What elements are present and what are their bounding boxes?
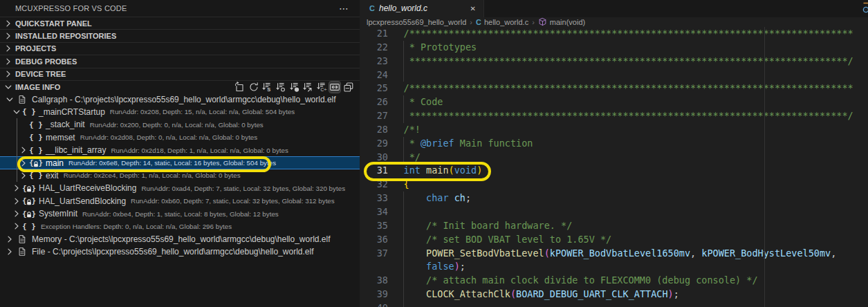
symbol-braces-icon: {} bbox=[22, 196, 36, 207]
tree-item-description: RunAddr: 0xb60, Depth: 7, static, Local:… bbox=[131, 197, 335, 205]
editor-actions-icon[interactable] bbox=[862, 2, 868, 14]
gutter-spacer bbox=[388, 205, 404, 219]
tree-item-description: RunAddr: 0x2d08, Depth: 0, n/a, Local: n… bbox=[80, 133, 258, 141]
chevron-right-icon[interactable] bbox=[11, 196, 22, 207]
breadcrumb-label: hello_world.c bbox=[484, 18, 528, 26]
tree-item-file[interactable]: File - C:\projects\lpcxpresso55s69_hello… bbox=[0, 245, 360, 258]
gutter-spacer bbox=[388, 164, 404, 178]
calltree-export-icon[interactable] bbox=[302, 82, 313, 93]
section-header-image-info[interactable]: IMAGE INFOSC++ bbox=[0, 81, 360, 93]
chevron-right-icon bbox=[3, 18, 14, 29]
tree-item-hal-uartsendblocking[interactable]: {}HAL_UartSendBlockingRunAddr: 0xb60, De… bbox=[0, 195, 360, 207]
calltree-objects-icon[interactable] bbox=[275, 82, 286, 93]
code-line-31[interactable]: 31int main(void) bbox=[360, 164, 868, 178]
code-line-23[interactable]: 23 *************************************… bbox=[360, 55, 868, 68]
chevron-right-icon[interactable] bbox=[18, 145, 29, 156]
code-line-27[interactable]: 27 *************************************… bbox=[360, 109, 868, 123]
code-area[interactable]: 21/*************************************… bbox=[360, 27, 868, 307]
section-header-device-tree[interactable]: DEVICE TREE bbox=[0, 68, 360, 80]
word-wrap-toggle-icon[interactable] bbox=[329, 82, 340, 93]
section-header-projects[interactable]: PROJECTS bbox=[0, 43, 360, 55]
more-actions-icon[interactable]: ⋯ bbox=[336, 5, 351, 12]
chevron-down-icon[interactable] bbox=[11, 106, 22, 118]
c-file-icon: C bbox=[369, 4, 375, 12]
section-header-installed-repositories[interactable]: INSTALLED REPOSITORIES bbox=[0, 30, 360, 41]
code-line-35[interactable]: 35 /* Init board hardware. */ bbox=[360, 219, 868, 233]
calltree-filled-icon[interactable] bbox=[289, 82, 300, 93]
line-number: 33 bbox=[360, 192, 388, 205]
chevron-right-icon[interactable] bbox=[4, 234, 15, 245]
tab-close-icon[interactable]: ✕ bbox=[468, 4, 478, 13]
code-line-28[interactable]: 28/*! bbox=[360, 123, 868, 137]
section-header-quickstart-panel[interactable]: QUICKSTART PANEL bbox=[0, 17, 360, 29]
code-line-29[interactable]: 29 * @brief Main function bbox=[360, 137, 868, 151]
tree-item-memset[interactable]: { }memsetRunAddr: 0x2d08, Depth: 0, n/a,… bbox=[0, 131, 360, 144]
tree-item-description: RunAddr: 0x2d18, Depth: 1, n/a, Local: n… bbox=[111, 147, 288, 154]
code-line-22[interactable]: 22 * Prototypes bbox=[360, 41, 868, 55]
tree-indent-guide bbox=[17, 118, 17, 182]
tree-item-stack-init[interactable]: { }_stack_initRunAddr: 0x200, Depth: 0, … bbox=[0, 118, 360, 131]
chevron-right-icon[interactable] bbox=[18, 158, 29, 169]
chevron-right-icon[interactable] bbox=[4, 246, 15, 257]
tree-item-description: RunAddr: 0x208, Depth: 15, n/a, Local: n… bbox=[110, 108, 295, 115]
code-line-25[interactable]: 25/*************************************… bbox=[360, 82, 868, 95]
chevron-right-icon[interactable] bbox=[11, 183, 22, 194]
breadcrumb: lpcxpresso55s69_hello_world›Chello_world… bbox=[360, 17, 868, 27]
breadcrumb-label: main(void) bbox=[550, 18, 585, 26]
code-line-40[interactable]: 40 bbox=[360, 301, 868, 307]
tab-hello-world-c[interactable]: C hello_world.c ✕ bbox=[360, 0, 484, 17]
breadcrumb-item[interactable]: Chello_world.c bbox=[476, 18, 528, 26]
code-line-33[interactable]: 33 char ch; bbox=[360, 192, 868, 205]
code-token-cmt: /* Init board hardware. */ bbox=[404, 219, 573, 233]
code-line-21[interactable]: 21/*************************************… bbox=[360, 27, 868, 41]
tree-item-maincrtstartup[interactable]: { }_mainCRTStartupRunAddr: 0x208, Depth:… bbox=[0, 106, 360, 118]
code-line-38[interactable]: 38 /* attach main clock divide to FLEXCO… bbox=[360, 274, 868, 288]
line-number: 26 bbox=[360, 95, 388, 109]
gutter-spacer bbox=[388, 274, 404, 288]
code-line-24[interactable]: 24 bbox=[360, 68, 868, 82]
refresh-icon[interactable] bbox=[248, 82, 259, 93]
save-image-info-icon[interactable] bbox=[234, 82, 246, 93]
code-line-wrap[interactable]: false); bbox=[360, 260, 868, 274]
code-line-34[interactable]: 34 bbox=[360, 205, 868, 219]
section-header-debug-probes[interactable]: DEBUG PROBES bbox=[0, 55, 360, 67]
chevron-right-icon[interactable] bbox=[11, 208, 22, 219]
chevron-right-icon[interactable] bbox=[11, 221, 22, 232]
vscode-window: MCUXPRESSO FOR VS CODE ⋯ QUICKSTART PANE… bbox=[0, 0, 868, 307]
code-token-cmt: ****************************************… bbox=[404, 109, 853, 123]
gutter-spacer bbox=[388, 247, 404, 261]
gutter-spacer bbox=[388, 260, 404, 274]
file-binary-icon bbox=[15, 234, 29, 245]
tree-item-systeminit[interactable]: {}SystemInitRunAddr: 0xbe4, Depth: 1, st… bbox=[0, 207, 360, 220]
line-number: 28 bbox=[360, 123, 388, 137]
tree-item-exit[interactable]: { }exitRunAddr: 0x2ce4, Depth: 1, n/a, L… bbox=[0, 169, 360, 182]
file-binary-icon bbox=[15, 94, 29, 105]
code-line-26[interactable]: 26 * Code bbox=[360, 95, 868, 109]
code-line-30[interactable]: 30 */ bbox=[360, 151, 868, 165]
calltree-cpp-icon[interactable]: C++ bbox=[316, 82, 327, 93]
tree-item-exception-handlers[interactable]: { }Exception Handlers: Depth: 0, n/a, Lo… bbox=[0, 220, 360, 232]
code-line-36[interactable]: 36 /* set BOD VBAT level to 1.65V */ bbox=[360, 233, 868, 247]
tree-item-libc-init-array[interactable]: { }__libc_init_arrayRunAddr: 0x2d18, Dep… bbox=[0, 144, 360, 156]
breadcrumb-item[interactable]: main(void) bbox=[538, 17, 585, 26]
line-number: 37 bbox=[360, 247, 388, 261]
code-token-b1: ) bbox=[477, 164, 482, 178]
collapse-all-icon[interactable] bbox=[343, 82, 354, 93]
gutter-spacer bbox=[388, 95, 404, 109]
tree-item-memory[interactable]: Memory - C:\projects\lpcxpresso55s69_hel… bbox=[0, 233, 360, 245]
code-line-37[interactable]: 37 POWER_SetBodVbatLevel(kPOWER_BodVbatL… bbox=[360, 247, 868, 261]
sidebar-title-row: MCUXPRESSO FOR VS CODE ⋯ bbox=[0, 0, 360, 17]
code-token-txt: ; bbox=[460, 260, 465, 274]
chevron-down-icon[interactable] bbox=[4, 94, 15, 105]
tree-item-callgraph[interactable]: Callgraph - C:\projects\lpcxpresso55s69_… bbox=[0, 93, 360, 105]
code-line-39[interactable]: 39 CLOCK_AttachClk(BOARD_DEBUG_UART_CLK_… bbox=[360, 288, 868, 301]
breadcrumb-item[interactable]: lpcxpresso55s69_hello_world bbox=[367, 18, 466, 26]
tree-item-description: RunAddr: 0xad4, Depth: 7, static, Local:… bbox=[141, 185, 345, 192]
chevron-right-icon[interactable] bbox=[18, 170, 29, 181]
calltree-static-icon[interactable]: S bbox=[261, 82, 273, 93]
tree-item-label: Memory - C:\projects\lpcxpresso55s69_hel… bbox=[32, 234, 331, 244]
tree-item-main[interactable]: {}mainRunAddr: 0x6e8, Depth: 14, static,… bbox=[0, 156, 360, 169]
code-token-txt bbox=[421, 164, 426, 178]
tree-item-hal-uartreceiveblocking[interactable]: {}HAL_UartReceiveBlockingRunAddr: 0xad4,… bbox=[0, 182, 360, 194]
code-line-32[interactable]: 32{ bbox=[360, 178, 868, 192]
